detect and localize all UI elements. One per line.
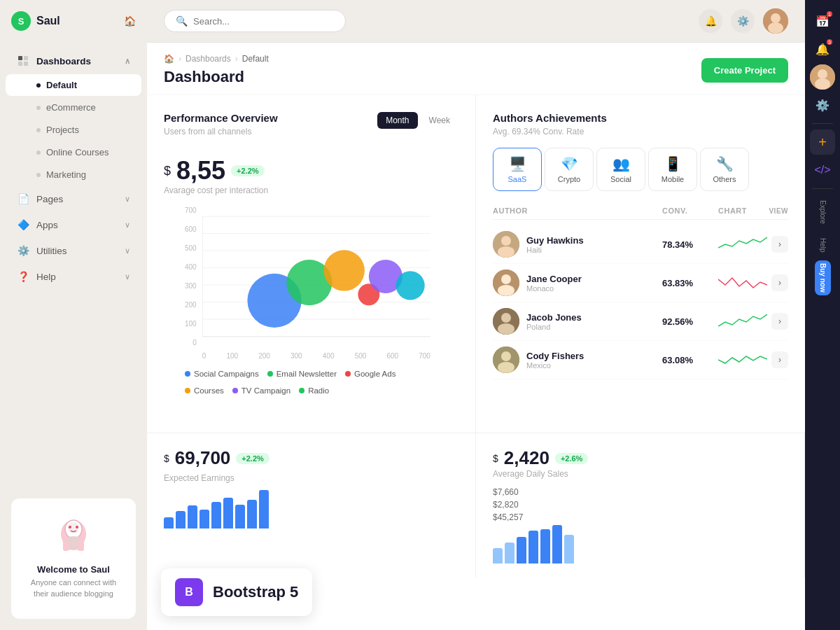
rs-badge-calendar: 1 — [827, 11, 832, 17]
mini-chart-guy — [718, 234, 767, 255]
sidebar-item-default[interactable]: Default — [6, 74, 141, 96]
authors-title: Authors Achievements — [493, 112, 788, 124]
svg-point-43 — [498, 362, 514, 373]
breadcrumb-dashboards[interactable]: Dashboards — [186, 54, 231, 64]
header-conv: CONV. — [662, 206, 718, 215]
sidebar-toggle-icon[interactable]: 🏠 — [124, 15, 136, 27]
earnings-label: Expected Earnings — [164, 473, 458, 483]
author-info-jacob: Jacob Jones Poland — [493, 308, 662, 335]
perf-sub: Users from all channels — [164, 127, 278, 136]
legend-dot-google — [345, 371, 351, 377]
dot — [36, 173, 41, 177]
nav-item-help[interactable]: ❓ Help ∨ — [6, 264, 141, 289]
help-icon: ❓ — [17, 270, 29, 283]
sidebar-item-marketing[interactable]: Marketing — [6, 164, 141, 186]
tab-others-label: Others — [713, 175, 736, 183]
nav-item-pages[interactable]: 📄 Pages ∨ — [6, 186, 141, 211]
sales-number: 2,420 — [504, 447, 550, 469]
svg-point-13 — [76, 526, 78, 528]
sales-bar-chart — [493, 525, 788, 564]
mini-chart-cody — [718, 349, 767, 370]
topbar-notification-icon[interactable]: 🔔 — [699, 9, 722, 33]
amount-3: $45,257 — [493, 512, 788, 522]
tab-social[interactable]: 👥 Social — [596, 148, 645, 191]
legend-dot-email — [267, 371, 273, 377]
active-dot — [36, 83, 41, 88]
daily-sales-panel: $ 2,420 +2.6% Average Daily Sales $7,660… — [476, 433, 805, 578]
view-btn-cody[interactable]: › — [771, 351, 788, 368]
sidebar-item-projects[interactable]: Projects — [6, 119, 141, 141]
rs-settings-icon[interactable]: ⚙️ — [810, 92, 835, 118]
bootstrap-b: B — [185, 586, 193, 598]
bar — [493, 548, 503, 564]
rs-user-avatar[interactable] — [810, 64, 835, 90]
utilities-label: Utilities — [36, 246, 67, 256]
authors-panel: Authors Achievements Avg. 69.34% Conv. R… — [476, 95, 805, 433]
topbar-avatar[interactable] — [763, 8, 788, 34]
amount-2: $2,820 — [493, 500, 788, 510]
rs-buy-now-button[interactable]: Buy now — [815, 260, 831, 295]
author-name-guy: Guy Hawkins — [526, 235, 584, 246]
svg-rect-1 — [24, 56, 28, 60]
svg-point-40 — [498, 323, 514, 335]
performance-panel: Performance Overview Users from all chan… — [147, 95, 476, 433]
view-btn-jane[interactable]: › — [771, 274, 788, 291]
svg-point-42 — [501, 351, 511, 361]
sidebar-item-online-courses[interactable]: Online Courses — [6, 141, 141, 163]
dashboards-chevron: ∧ — [125, 57, 130, 66]
author-tabs: 🖥️ SaaS 💎 Crypto 👥 Social 📱 — [493, 148, 788, 191]
content-wrapper: 🏠 › Dashboards › Default Dashboard Creat… — [147, 43, 805, 630]
legend-label-email: Email Newsletter — [276, 370, 337, 378]
conv-rate-guy: 78.34% — [662, 239, 718, 250]
sales-amounts: $7,660 $2,820 $45,257 — [493, 487, 788, 522]
rs-plus-icon[interactable]: + — [810, 130, 835, 155]
view-btn-guy[interactable]: › — [771, 236, 788, 253]
utilities-chevron: ∨ — [125, 246, 130, 255]
search-input[interactable] — [193, 16, 334, 27]
content: 🏠 › Dashboards › Default Dashboard Creat… — [147, 43, 805, 630]
breadcrumb-default[interactable]: Default — [242, 54, 269, 64]
perf-title: Performance Overview — [164, 112, 278, 124]
content-header: 🏠 › Dashboards › Default Dashboard Creat… — [147, 43, 805, 95]
tab-crypto[interactable]: 💎 Crypto — [545, 148, 594, 191]
earnings-currency: $ — [164, 453, 169, 464]
home-icon: 🏠 — [164, 54, 174, 64]
daily-sales-value: $ 2,420 +2.6% — [493, 447, 788, 469]
welcome-card: Welcome to Saul Anyone can connect with … — [11, 498, 136, 619]
rs-help-label[interactable]: Help — [819, 232, 827, 258]
nav-item-dashboards[interactable]: Dashboards ∧ — [6, 48, 141, 74]
legend-courses: Courses — [185, 386, 224, 395]
rs-code-icon[interactable]: </> — [810, 158, 835, 183]
tab-social-label: Social — [610, 175, 631, 183]
earnings-number: 69,700 — [175, 447, 231, 469]
nav-item-apps[interactable]: 🔷 Apps ∨ — [6, 212, 141, 237]
rs-explore-label[interactable]: Explore — [819, 195, 827, 230]
rs-notification-icon[interactable]: 🔔 3 — [810, 36, 835, 62]
svg-point-47 — [815, 78, 830, 90]
view-btn-jacob[interactable]: › — [771, 313, 788, 330]
period-week-button[interactable]: Week — [421, 112, 458, 129]
create-project-button[interactable]: Create Project — [701, 58, 788, 83]
svg-point-39 — [501, 313, 511, 323]
tab-others[interactable]: 🔧 Others — [700, 148, 749, 191]
topbar-right: 🔔 ⚙️ — [699, 8, 788, 34]
breadcrumb: 🏠 › Dashboards › Default — [164, 54, 269, 64]
tab-saas[interactable]: 🖥️ SaaS — [493, 148, 542, 191]
rs-calendar-icon[interactable]: 📅 1 — [810, 8, 835, 34]
sidebar-item-ecommerce[interactable]: eCommerce — [6, 97, 141, 118]
sidebar-bottom: Welcome to Saul Anyone can connect with … — [0, 487, 147, 630]
sales-month-value: $ 14,094 — [164, 627, 459, 630]
svg-point-12 — [69, 526, 71, 528]
apps-label: Apps — [36, 220, 58, 230]
author-avatar-jacob — [493, 308, 519, 335]
search-bar[interactable]: 🔍 — [164, 10, 346, 32]
bar — [552, 525, 562, 564]
legend-dot-radio — [299, 388, 304, 393]
tab-mobile[interactable]: 📱 Mobile — [648, 148, 697, 191]
author-info-jane: Jane Cooper Monaco — [493, 270, 662, 296]
help-chevron: ∨ — [125, 272, 130, 281]
topbar-settings-icon[interactable]: ⚙️ — [731, 9, 755, 33]
nav-item-utilities[interactable]: ⚙️ Utilities ∨ — [6, 238, 141, 263]
period-month-button[interactable]: Month — [377, 112, 417, 129]
chart-legend: Social Campaigns Email Newsletter Google… — [185, 370, 430, 395]
